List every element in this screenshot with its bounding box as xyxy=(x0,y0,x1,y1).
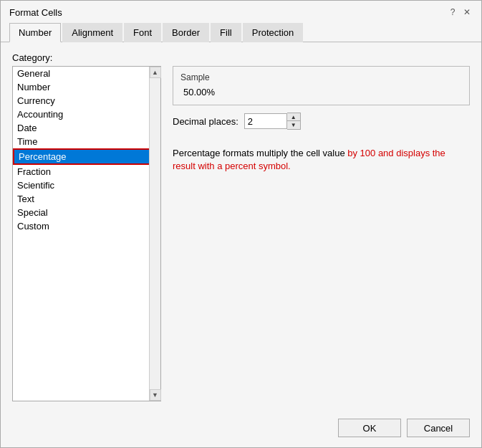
list-item[interactable]: Text xyxy=(13,192,160,206)
spinner-buttons: ▲ ▼ xyxy=(287,113,301,130)
tab-protection[interactable]: Protection xyxy=(243,23,304,42)
list-item[interactable]: Currency xyxy=(13,94,160,108)
description-part1: Percentage formats multiply the cell val… xyxy=(173,148,347,158)
list-item[interactable]: Time xyxy=(13,135,160,148)
list-scrollbar: ▲ ▼ xyxy=(149,67,160,401)
right-panel: Sample 50.00% Decimal places: ▲ ▼ xyxy=(173,66,470,401)
category-list: General Number Currency Accounting Date … xyxy=(13,67,160,401)
category-label: Category: xyxy=(12,52,470,63)
list-item[interactable]: General xyxy=(13,67,160,80)
tabs-bar: Number Alignment Font Border Fill Protec… xyxy=(1,18,481,42)
description-text: Percentage formats multiply the cell val… xyxy=(173,148,445,171)
decimal-places-input[interactable] xyxy=(244,113,287,129)
category-list-container: General Number Currency Accounting Date … xyxy=(12,66,161,401)
list-item[interactable]: Date xyxy=(13,121,160,135)
tab-border[interactable]: Border xyxy=(163,23,209,42)
main-row: General Number Currency Accounting Date … xyxy=(12,66,470,401)
scroll-down-button[interactable]: ▼ xyxy=(150,389,161,401)
dialog-title: Format Cells xyxy=(9,7,62,18)
spinner-up-button[interactable]: ▲ xyxy=(287,113,300,121)
ok-button[interactable]: OK xyxy=(338,419,401,437)
sample-section: Sample 50.00% xyxy=(173,66,470,105)
scroll-up-button[interactable]: ▲ xyxy=(150,67,161,78)
help-button[interactable]: ? xyxy=(447,6,458,18)
sample-label: Sample xyxy=(180,72,462,82)
decimal-spinner: ▲ ▼ xyxy=(244,113,301,130)
title-bar-buttons: ? ✕ xyxy=(447,6,473,18)
tab-number[interactable]: Number xyxy=(9,23,61,42)
description-area: Percentage formats multiply the cell val… xyxy=(173,144,470,176)
list-item[interactable]: Fraction xyxy=(13,165,160,178)
decimal-places-label: Decimal places: xyxy=(173,116,238,127)
list-item-percentage[interactable]: Percentage xyxy=(13,148,160,165)
list-item[interactable]: Special xyxy=(13,206,160,219)
close-button[interactable]: ✕ xyxy=(461,6,473,18)
list-item[interactable]: Number xyxy=(13,80,160,94)
list-item[interactable]: Accounting xyxy=(13,108,160,121)
title-bar: Format Cells ? ✕ xyxy=(1,1,481,18)
dialog-footer: OK Cancel xyxy=(1,411,481,447)
tab-font[interactable]: Font xyxy=(124,23,161,42)
sample-value: 50.00% xyxy=(180,85,462,99)
format-cells-dialog: Format Cells ? ✕ Number Alignment Font B… xyxy=(0,0,482,448)
list-item[interactable]: Custom xyxy=(13,219,160,233)
tab-fill[interactable]: Fill xyxy=(211,23,241,42)
list-item[interactable]: Scientific xyxy=(13,178,160,192)
spinner-down-button[interactable]: ▼ xyxy=(287,121,300,129)
dialog-content: Category: General Number Currency Accoun… xyxy=(1,42,481,411)
decimal-places-row: Decimal places: ▲ ▼ xyxy=(173,113,470,130)
cancel-button[interactable]: Cancel xyxy=(407,419,470,437)
tab-alignment[interactable]: Alignment xyxy=(62,23,122,42)
